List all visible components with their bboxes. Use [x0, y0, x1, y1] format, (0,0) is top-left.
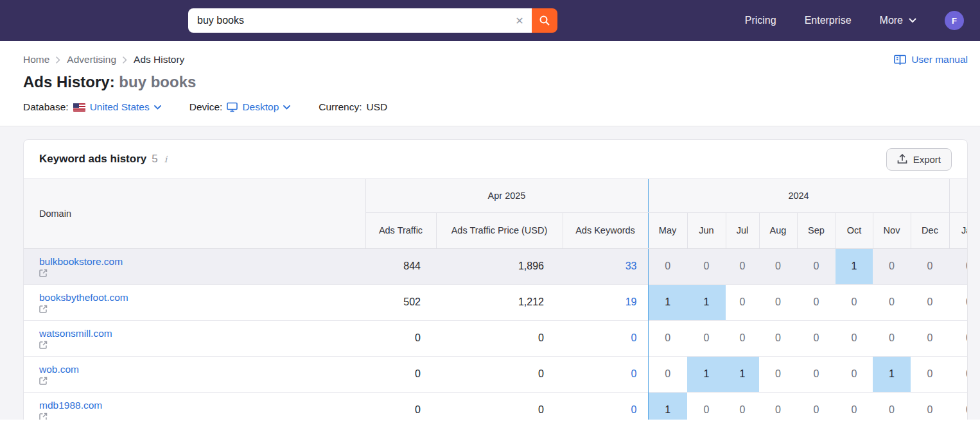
table-row[interactable]: booksbythefoot.com 502 1,212 19 1 1 0 0 …: [24, 284, 968, 320]
column-header-nov[interactable]: Nov: [873, 212, 911, 248]
month-cell-may[interactable]: 1: [648, 392, 687, 420]
user-manual-label: User manual: [911, 54, 968, 65]
month-cell-may: 0: [648, 248, 687, 284]
info-icon[interactable]: i: [164, 154, 167, 164]
month-cell-jul[interactable]: 1: [726, 356, 759, 392]
table-row[interactable]: mdb1988.com 0 0 0 1 0 0 0 0 0 0 0 0: [24, 392, 968, 420]
month-cell-dec: 0: [911, 248, 949, 284]
external-link-icon[interactable]: [39, 341, 365, 349]
chevron-down-icon: [909, 18, 916, 23]
table-row[interactable]: wob.com 0 0 0 0 1 1 0 0 0 1 0 0: [24, 356, 968, 392]
domain-link[interactable]: bulkbookstore.com: [39, 256, 123, 267]
chevron-right-icon: [123, 56, 127, 64]
database-filter: Database: United States: [23, 101, 161, 113]
month-cell-nov[interactable]: 1: [873, 356, 911, 392]
external-link-icon[interactable]: [39, 377, 365, 385]
month-cell-jan: 0: [949, 356, 968, 392]
ads-keywords-link[interactable]: 33: [626, 260, 637, 271]
month-cell-jan: 0: [949, 320, 968, 356]
month-cell-dec: 0: [911, 320, 949, 356]
nav-pricing[interactable]: Pricing: [745, 15, 776, 26]
month-cell-nov: 0: [873, 284, 911, 320]
export-button[interactable]: Export: [886, 148, 952, 171]
export-label: Export: [913, 154, 941, 165]
breadcrumb: Home Advertising Ads History: [23, 54, 184, 65]
ads-keywords-link[interactable]: 0: [631, 368, 637, 379]
currency-filter: Currency: USD: [319, 101, 387, 113]
column-header-ads-traffic[interactable]: Ads Traffic: [365, 212, 436, 248]
nav-more-label: More: [880, 15, 903, 26]
nav-more[interactable]: More: [880, 15, 916, 26]
month-cell-aug: 0: [759, 392, 797, 420]
month-cell-may[interactable]: 1: [648, 284, 687, 320]
card-title: Keyword ads history: [39, 153, 146, 166]
month-cell-nov: 0: [873, 248, 911, 284]
month-cell-jun[interactable]: 1: [687, 356, 726, 392]
ads-traffic-price-cell: 1,212: [436, 284, 563, 320]
ads-keywords-cell: 0: [563, 356, 648, 392]
domain-link[interactable]: mdb1988.com: [39, 400, 102, 411]
breadcrumb-advertising[interactable]: Advertising: [67, 54, 116, 65]
month-cell-jun[interactable]: 1: [687, 284, 726, 320]
column-header-jun[interactable]: Jun: [687, 212, 726, 248]
column-header-ads-traffic-price[interactable]: Ads Traffic Price (USD): [436, 212, 563, 248]
month-cell-may: 0: [648, 356, 687, 392]
external-link-icon[interactable]: [39, 305, 365, 313]
month-cell-jan: 0: [949, 248, 968, 284]
month-cell-sep: 0: [797, 356, 836, 392]
ads-keywords-link[interactable]: 0: [631, 404, 637, 415]
month-cell-jun: 0: [687, 248, 726, 284]
avatar[interactable]: F: [945, 11, 964, 30]
currency-label: Currency:: [319, 101, 362, 113]
user-manual-link[interactable]: User manual: [894, 54, 968, 65]
table-row[interactable]: bulkbookstore.com 844 1,896 33 0 0 0 0 0…: [24, 248, 968, 284]
column-header-jan[interactable]: Jan: [949, 212, 968, 248]
ads-keywords-link[interactable]: 0: [631, 332, 637, 343]
ads-history-table: Domain Apr 2025 2024 Ads Traffic Ads Tra…: [24, 179, 968, 420]
month-cell-nov: 0: [873, 392, 911, 420]
device-value: Desktop: [242, 101, 279, 113]
search-button[interactable]: [532, 8, 557, 33]
month-cell-oct: 0: [836, 320, 873, 356]
ads-traffic-price-cell: 0: [436, 392, 563, 420]
month-cell-sep: 0: [797, 392, 836, 420]
column-header-oct[interactable]: Oct: [836, 212, 873, 248]
database-value: United States: [90, 101, 150, 113]
column-header-sep[interactable]: Sep: [797, 212, 836, 248]
column-header-ads-keywords[interactable]: Ads Keywords: [563, 212, 648, 248]
domain-link[interactable]: watsonsmill.com: [39, 328, 112, 339]
export-icon: [897, 154, 907, 164]
external-link-icon[interactable]: [39, 413, 365, 420]
breadcrumb-ads-history: Ads History: [134, 54, 184, 65]
ads-traffic-price-cell: 0: [436, 320, 563, 356]
month-cell-aug: 0: [759, 248, 797, 284]
column-group-next: [949, 179, 968, 212]
month-cell-may: 0: [648, 320, 687, 356]
keyword-ads-history-card: Keyword ads history 5 i Export: [23, 139, 968, 420]
column-header-domain[interactable]: Domain: [24, 179, 365, 248]
ads-traffic-cell: 0: [365, 392, 436, 420]
column-header-dec[interactable]: Dec: [911, 212, 949, 248]
clear-search-icon[interactable]: ✕: [507, 8, 532, 33]
breadcrumb-home[interactable]: Home: [23, 54, 49, 65]
month-cell-jul: 0: [726, 248, 759, 284]
column-header-jul[interactable]: Jul: [726, 212, 759, 248]
column-header-may[interactable]: May: [648, 212, 687, 248]
chevron-down-icon: [154, 105, 161, 110]
search-input[interactable]: [188, 8, 507, 33]
ads-keywords-link[interactable]: 19: [626, 296, 637, 307]
database-select[interactable]: United States: [73, 101, 161, 113]
month-cell-oct: 0: [836, 284, 873, 320]
month-cell-oct[interactable]: 1: [836, 248, 873, 284]
search-icon: [539, 15, 550, 26]
nav-enterprise[interactable]: Enterprise: [805, 15, 852, 26]
domain-link[interactable]: booksbythefoot.com: [39, 292, 128, 303]
device-select[interactable]: Desktop: [227, 101, 290, 113]
month-cell-nov: 0: [873, 320, 911, 356]
domain-link[interactable]: wob.com: [39, 364, 79, 375]
ads-traffic-cell: 844: [365, 248, 436, 284]
device-filter: Device: Desktop: [189, 101, 291, 113]
table-row[interactable]: watsonsmill.com 0 0 0 0 0 0 0 0 0 0 0 0: [24, 320, 968, 356]
column-header-aug[interactable]: Aug: [759, 212, 797, 248]
external-link-icon[interactable]: [39, 269, 365, 277]
